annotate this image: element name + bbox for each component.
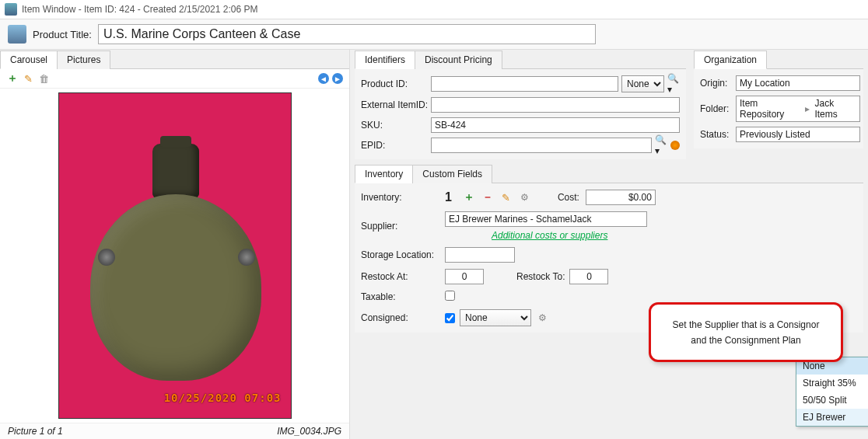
sku-label: SKU:	[361, 120, 431, 131]
callout-text: Set the Supplier that is a Consignor and…	[673, 319, 820, 346]
epid-label: EPID:	[361, 140, 431, 151]
origin-input[interactable]	[736, 75, 860, 91]
inventory-qty: 1	[445, 190, 452, 204]
chevron-right-icon: ▸	[805, 103, 810, 114]
qty-decrease-icon[interactable]: －	[481, 191, 494, 204]
tab-pictures[interactable]: Pictures	[57, 51, 110, 69]
web-lookup-icon[interactable]	[670, 141, 680, 150]
app-icon	[5, 3, 17, 16]
status-input[interactable]	[736, 127, 860, 142]
cost-label: Cost:	[558, 192, 579, 203]
annotation-callout: Set the Supplier that is a Consignor and…	[649, 302, 843, 362]
taxable-checkbox[interactable]	[445, 291, 455, 301]
product-title-row: Product Title:	[0, 19, 868, 50]
storage-location-input[interactable]	[445, 247, 515, 263]
supplier-label: Supplier:	[361, 221, 445, 232]
tab-inventory[interactable]: Inventory	[355, 165, 413, 183]
picture-counter: Picture 1 of 1	[8, 426, 63, 437]
tab-identifiers[interactable]: Identifiers	[355, 51, 415, 69]
folder-leaf: Jack Items	[814, 98, 856, 120]
product-title-label: Product Title:	[33, 29, 92, 40]
supplier-input[interactable]	[445, 211, 647, 227]
external-id-input[interactable]	[431, 97, 680, 113]
consigned-checkbox[interactable]	[445, 313, 455, 323]
next-image-icon[interactable]: ►	[332, 73, 343, 84]
tab-discount-pricing[interactable]: Discount Pricing	[415, 51, 502, 69]
cost-input[interactable]	[586, 190, 656, 205]
status-label: Status:	[700, 129, 736, 140]
tab-custom-fields[interactable]: Custom Fields	[412, 165, 492, 183]
tab-organization[interactable]: Organization	[694, 51, 767, 69]
inventory-qty-label: Inventory:	[361, 192, 445, 203]
prev-image-icon[interactable]: ◄	[318, 73, 329, 84]
identifiers-panel: Product ID: None 🔍▾ External ItemID: SKU…	[355, 69, 686, 159]
left-tabset: Carousel Pictures	[0, 50, 349, 69]
product-id-input[interactable]	[431, 76, 618, 92]
window-title: Item Window - Item ID: 424 - Created 2/1…	[22, 4, 257, 15]
organization-panel: Origin: Folder: Item Repository ▸ Jack I…	[694, 69, 863, 148]
add-image-icon[interactable]: ＋	[6, 72, 19, 85]
image-display: 10/25/2020 07:03	[0, 89, 349, 423]
consigned-plan-dropdown[interactable]: None Straight 35% 50/50 Split EJ Brewer	[796, 357, 868, 427]
product-photo[interactable]: 10/25/2020 07:03	[58, 92, 292, 419]
tab-carousel[interactable]: Carousel	[0, 51, 58, 69]
taxable-label: Taxable:	[361, 291, 445, 302]
consigned-plan-select[interactable]: None	[460, 309, 531, 326]
carousel-pane: Carousel Pictures ＋ ✎ 🗑 ◄ ► 10/25/2020 0…	[0, 50, 350, 439]
product-icon	[8, 25, 26, 44]
folder-label: Folder:	[700, 103, 736, 114]
search-icon[interactable]: 🔍▾	[667, 78, 680, 90]
picture-filename: IMG_0034.JPG	[277, 426, 341, 437]
details-pane: Identifiers Discount Pricing Product ID:…	[350, 50, 868, 439]
delete-image-icon[interactable]: 🗑	[37, 72, 50, 85]
window-title-bar: Item Window - Item ID: 424 - Created 2/1…	[0, 0, 868, 19]
qty-edit-icon[interactable]: ✎	[500, 191, 513, 204]
plan-option-split[interactable]: 50/50 Split	[796, 392, 868, 409]
product-title-input[interactable]	[98, 24, 596, 44]
restock-to-label: Restock To:	[516, 271, 565, 282]
folder-root: Item Repository	[740, 98, 800, 120]
additional-costs-link[interactable]: Additional costs or suppliers	[492, 230, 607, 241]
photo-datestamp: 10/25/2020 07:03	[164, 392, 282, 404]
picture-status-bar: Picture 1 of 1 IMG_0034.JPG	[0, 423, 349, 439]
plan-option-ejbrewer[interactable]: EJ Brewer	[796, 409, 868, 426]
origin-label: Origin:	[700, 78, 736, 89]
product-id-label: Product ID:	[361, 78, 431, 89]
product-id-type-select[interactable]: None	[621, 75, 664, 92]
folder-breadcrumb[interactable]: Item Repository ▸ Jack Items	[736, 96, 860, 122]
storage-location-label: Storage Location:	[361, 249, 445, 260]
external-id-label: External ItemID:	[361, 99, 431, 110]
identifiers-tabset: Identifiers Discount Pricing	[355, 50, 686, 69]
search-icon[interactable]: 🔍▾	[655, 139, 667, 152]
consigned-label: Consigned:	[361, 312, 445, 323]
carousel-toolbar: ＋ ✎ 🗑 ◄ ►	[0, 69, 349, 89]
qty-settings-icon[interactable]: ⚙	[519, 191, 531, 204]
epid-input[interactable]	[431, 138, 652, 153]
sku-input[interactable]	[431, 117, 680, 133]
qty-increase-icon[interactable]: ＋	[463, 191, 475, 204]
plan-option-straight[interactable]: Straight 35%	[796, 375, 868, 392]
consigned-settings-icon[interactable]: ⚙	[536, 312, 548, 324]
inventory-tabset: Inventory Custom Fields	[355, 164, 863, 183]
restock-at-input[interactable]	[445, 269, 484, 284]
edit-image-icon[interactable]: ✎	[22, 72, 34, 85]
restock-at-label: Restock At:	[361, 271, 445, 282]
organization-tabset: Organization	[694, 50, 863, 69]
restock-to-input[interactable]	[569, 269, 608, 284]
